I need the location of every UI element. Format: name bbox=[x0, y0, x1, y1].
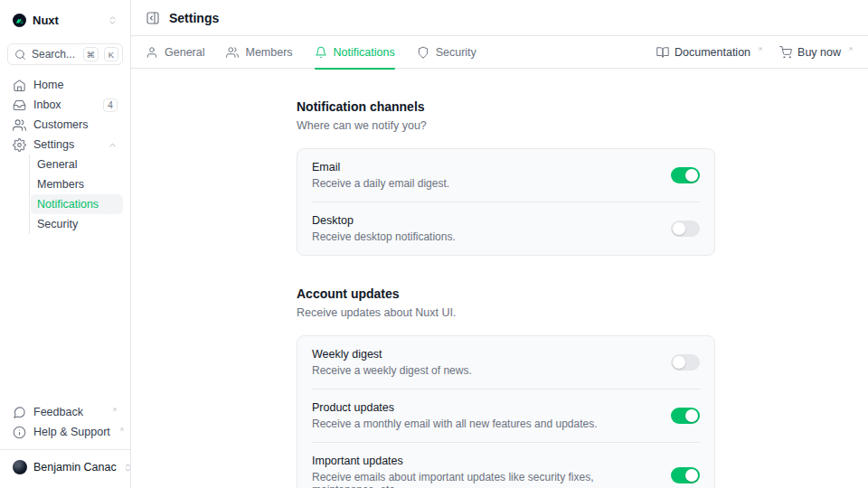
sidebar-item-label: Help & Support bbox=[33, 426, 110, 438]
section-subtitle: Receive updates about Nuxt UI. bbox=[297, 306, 715, 319]
external-link-icon bbox=[111, 407, 118, 413]
tab-label: Security bbox=[436, 46, 476, 59]
action-label: Documentation bbox=[675, 46, 750, 59]
tab-bar: General Members Notifications Security D… bbox=[131, 36, 868, 69]
row-text: Email Receive a daily email digest. bbox=[312, 161, 449, 190]
search-icon bbox=[14, 49, 26, 61]
tab-label: Members bbox=[245, 46, 292, 59]
shield-icon bbox=[417, 46, 429, 59]
section-title: Account updates bbox=[297, 286, 715, 301]
home-icon bbox=[13, 79, 26, 92]
info-circle-icon bbox=[13, 426, 26, 439]
desktop-toggle[interactable] bbox=[671, 221, 700, 237]
channels-card: Email Receive a daily email digest. Desk… bbox=[297, 148, 715, 256]
sidebar-item-help-support[interactable]: Help & Support bbox=[7, 422, 123, 442]
weekly-digest-toggle[interactable] bbox=[671, 354, 700, 371]
sidebar-item-label: Inbox bbox=[33, 99, 96, 111]
tab-members[interactable]: Members bbox=[226, 36, 292, 69]
row-description: Receive desktop notifications. bbox=[312, 230, 456, 243]
search-input[interactable]: Search... ⌘ K bbox=[7, 43, 123, 65]
kbd-k: K bbox=[104, 47, 118, 61]
chat-bubble-icon bbox=[13, 406, 26, 419]
chevrons-up-down-icon bbox=[108, 15, 118, 25]
account-updates-card: Weekly digest Receive a weekly digest of… bbox=[297, 335, 715, 488]
sidebar-item-settings[interactable]: Settings bbox=[7, 135, 123, 155]
important-updates-toggle[interactable] bbox=[671, 467, 700, 483]
row-title: Important updates bbox=[312, 455, 656, 467]
inbox-icon bbox=[13, 99, 26, 112]
settings-subnav: General Members Notifications Security bbox=[29, 155, 123, 234]
sidebar-nav: Home Inbox 4 Customers Settings General … bbox=[7, 75, 123, 234]
sidebar-item-feedback[interactable]: Feedback bbox=[7, 402, 123, 422]
product-updates-toggle[interactable] bbox=[671, 408, 700, 424]
toggle-knob bbox=[685, 169, 698, 182]
user-name: Benjamin Canac bbox=[33, 461, 117, 474]
subitem-label: Notifications bbox=[37, 198, 99, 211]
section-notification-channels: Notification channels Where can we notif… bbox=[297, 99, 715, 256]
team-switcher[interactable]: Nuxt bbox=[7, 4, 123, 36]
tab-notifications[interactable]: Notifications bbox=[315, 36, 395, 69]
settings-content: Notification channels Where can we notif… bbox=[131, 69, 868, 488]
page-header: Settings bbox=[131, 0, 868, 36]
row-title: Weekly digest bbox=[312, 348, 472, 361]
row-description: Receive a monthly email with all new fea… bbox=[312, 418, 598, 430]
sidebar-divider bbox=[0, 449, 130, 450]
user-avatar bbox=[13, 460, 27, 474]
row-text: Weekly digest Receive a weekly digest of… bbox=[312, 348, 472, 377]
sidebar-item-label: Feedback bbox=[33, 406, 103, 418]
sidebar-subitem-general[interactable]: General bbox=[31, 155, 123, 174]
users-icon bbox=[13, 118, 26, 132]
sidebar-item-label: Settings bbox=[33, 138, 100, 151]
row-text: Desktop Receive desktop notifications. bbox=[312, 214, 456, 243]
toggle-knob bbox=[673, 356, 685, 369]
sidebar-subitem-security[interactable]: Security bbox=[31, 214, 123, 234]
sidebar-subitem-notifications[interactable]: Notifications bbox=[31, 194, 123, 214]
bell-icon bbox=[315, 46, 327, 59]
external-link-icon bbox=[757, 46, 763, 52]
chevron-up-icon bbox=[108, 140, 118, 150]
sidebar-item-inbox[interactable]: Inbox 4 bbox=[7, 95, 123, 115]
tab-general[interactable]: General bbox=[146, 36, 204, 69]
team-name: Nuxt bbox=[33, 14, 101, 27]
book-icon bbox=[656, 46, 669, 59]
sidebar-footer: Feedback Help & Support Benjamin Canac bbox=[7, 402, 123, 481]
sidebar-item-label: Home bbox=[33, 79, 118, 91]
setting-row-desktop: Desktop Receive desktop notifications. bbox=[312, 202, 700, 255]
row-description: Receive a daily email digest. bbox=[312, 177, 449, 190]
section-account-updates: Account updates Receive updates about Nu… bbox=[297, 286, 715, 488]
toggle-knob bbox=[673, 222, 685, 235]
sidebar-item-home[interactable]: Home bbox=[7, 75, 123, 95]
external-link-icon bbox=[118, 427, 125, 433]
user-icon bbox=[146, 46, 158, 59]
section-title: Notification channels bbox=[297, 99, 715, 114]
sidebar-spacer bbox=[7, 234, 123, 402]
sidebar-item-label: Customers bbox=[33, 118, 118, 131]
setting-row-important-updates: Important updates Receive emails about i… bbox=[312, 442, 700, 488]
email-toggle[interactable] bbox=[671, 167, 700, 183]
users-icon bbox=[226, 46, 239, 59]
subitem-label: Security bbox=[37, 218, 78, 230]
row-description: Receive emails about important updates l… bbox=[312, 471, 656, 488]
kbd-meta: ⌘ bbox=[83, 47, 99, 61]
toggle-knob bbox=[685, 469, 698, 482]
buy-now-link[interactable]: Buy now bbox=[779, 46, 854, 59]
setting-row-weekly-digest: Weekly digest Receive a weekly digest of… bbox=[312, 336, 700, 389]
documentation-link[interactable]: Documentation bbox=[656, 46, 763, 59]
subitem-label: Members bbox=[37, 178, 84, 191]
sidebar-subitem-members[interactable]: Members bbox=[31, 174, 123, 194]
row-title: Product updates bbox=[312, 401, 598, 414]
toggle-knob bbox=[685, 409, 698, 422]
search-placeholder: Search... bbox=[32, 48, 78, 61]
collapse-sidebar-icon[interactable] bbox=[146, 11, 160, 25]
sidebar-item-customers[interactable]: Customers bbox=[7, 115, 123, 135]
row-description: Receive a weekly digest of news. bbox=[312, 364, 472, 377]
tab-label: General bbox=[165, 46, 204, 59]
header-actions: Documentation Buy now bbox=[656, 46, 854, 59]
setting-row-email: Email Receive a daily email digest. bbox=[312, 149, 700, 202]
user-menu[interactable]: Benjamin Canac bbox=[7, 454, 123, 481]
main-panel: Settings General Members Notifications S… bbox=[131, 0, 868, 488]
tab-security[interactable]: Security bbox=[417, 36, 476, 69]
inbox-count-badge: 4 bbox=[103, 99, 118, 112]
sidebar: Nuxt Search... ⌘ K Home Inbox 4 Customer… bbox=[0, 0, 131, 488]
action-label: Buy now bbox=[797, 46, 841, 59]
